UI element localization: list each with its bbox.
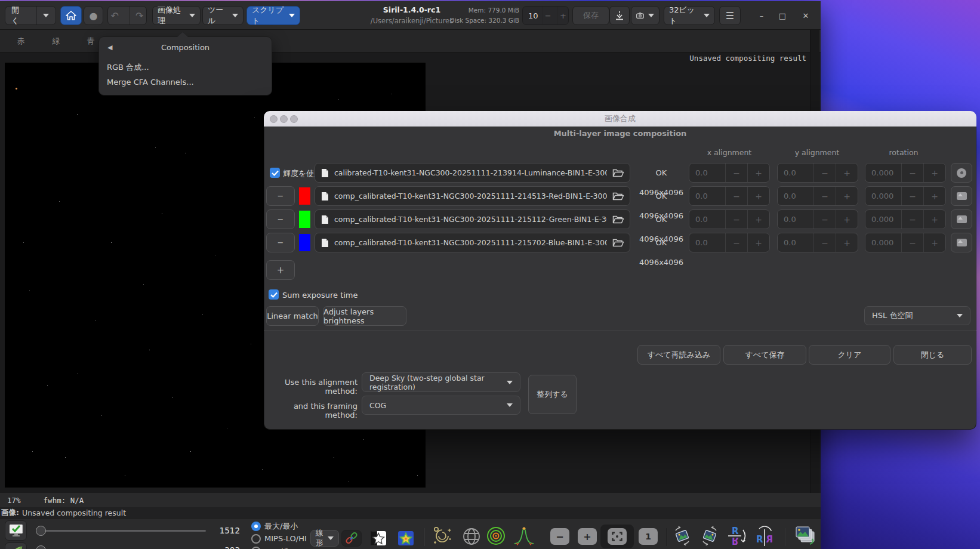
star-detection-button[interactable] bbox=[396, 529, 416, 548]
flip-vertical-button[interactable]: RR bbox=[726, 523, 748, 548]
remove-green-layer-button[interactable]: − bbox=[266, 209, 295, 229]
decrement-button[interactable]: − bbox=[725, 164, 747, 182]
rotate-left-button[interactable] bbox=[671, 525, 694, 547]
remove-red-layer-button[interactable]: − bbox=[266, 186, 295, 206]
spinner-increment-button[interactable]: + bbox=[557, 7, 568, 24]
clear-button[interactable]: クリア bbox=[809, 345, 890, 365]
display-mode-dropdown[interactable]: 線形 bbox=[310, 530, 339, 547]
use-luminance-checkbox[interactable] bbox=[270, 168, 280, 178]
tab-green-channel[interactable]: 緑 bbox=[48, 30, 64, 53]
increment-button[interactable]: + bbox=[923, 187, 945, 205]
snapshot-button[interactable] bbox=[631, 6, 660, 25]
green-y-spinner[interactable]: 0.0−+ bbox=[777, 209, 858, 229]
green-color-swatch[interactable] bbox=[299, 211, 310, 228]
radio-user[interactable] bbox=[251, 547, 261, 549]
red-file-entry[interactable]: comp_calibrated-T10-kent31-NGC300-202511… bbox=[315, 186, 630, 206]
snapshot-to-clipboard-button[interactable] bbox=[609, 6, 630, 25]
blue-y-spinner[interactable]: 0.0−+ bbox=[777, 233, 858, 252]
open-dropdown-button[interactable] bbox=[36, 7, 56, 24]
dialog-titlebar[interactable]: 画像合成 bbox=[264, 111, 976, 127]
flip-horizontal-button[interactable]: RR bbox=[753, 523, 776, 548]
framing-method-dropdown[interactable]: COG bbox=[362, 396, 520, 415]
increment-button[interactable]: + bbox=[836, 164, 858, 182]
blue-x-spinner[interactable]: 0.0−+ bbox=[689, 233, 770, 252]
quick-photometry-button[interactable] bbox=[485, 525, 507, 547]
decrement-button[interactable]: − bbox=[901, 210, 923, 229]
blue-color-swatch[interactable] bbox=[299, 234, 310, 251]
red-y-spinner[interactable]: 0.0−+ bbox=[777, 186, 858, 206]
spinner-value[interactable]: 10 bbox=[523, 7, 538, 24]
luminance-y-spinner[interactable]: 0.0−+ bbox=[777, 163, 858, 183]
decrement-button[interactable]: − bbox=[813, 210, 836, 229]
red-rotation-spinner[interactable]: 0.000−+ bbox=[865, 186, 946, 206]
increment-button[interactable]: + bbox=[836, 187, 858, 205]
decrement-button[interactable]: − bbox=[725, 233, 747, 252]
increment-button[interactable]: + bbox=[747, 210, 769, 229]
close-dialog-button[interactable]: 閉じる bbox=[893, 345, 972, 365]
folder-open-icon[interactable] bbox=[612, 238, 624, 247]
blue-rotation-spinner[interactable]: 0.000−+ bbox=[865, 233, 946, 252]
hi-level-value[interactable]: 1512 bbox=[215, 526, 240, 535]
rotate-right-button[interactable] bbox=[698, 525, 721, 547]
decrement-button[interactable]: − bbox=[813, 187, 836, 205]
green-view-button[interactable] bbox=[951, 209, 972, 229]
decrement-button[interactable]: − bbox=[725, 187, 747, 205]
increment-button[interactable]: + bbox=[747, 164, 769, 182]
tab-red-channel[interactable]: 赤 bbox=[13, 30, 29, 53]
linear-match-button[interactable]: Linear match bbox=[266, 306, 319, 326]
window-minimize-button[interactable]: – bbox=[753, 7, 770, 24]
increment-button[interactable]: + bbox=[836, 210, 858, 229]
luminance-file-entry[interactable]: calibrated-T10-kent31-NGC300-20251111-21… bbox=[315, 163, 630, 183]
align-button[interactable]: 整列する bbox=[528, 375, 577, 414]
red-view-button[interactable] bbox=[951, 186, 972, 206]
radio-mips[interactable] bbox=[251, 534, 261, 544]
zoom-fit-button[interactable] bbox=[600, 525, 634, 548]
image-processing-menu-button[interactable]: 画像処理 bbox=[152, 6, 201, 25]
blue-view-button[interactable] bbox=[951, 233, 972, 252]
decrement-button[interactable]: − bbox=[813, 233, 836, 252]
decrement-button[interactable]: − bbox=[725, 210, 747, 229]
photometry-annotation-button[interactable] bbox=[461, 526, 482, 547]
menu-item-merge-cfa[interactable]: Merge CFA Channels... bbox=[107, 78, 194, 87]
sequence-frames-button[interactable] bbox=[793, 523, 818, 548]
save-button[interactable]: 保存 bbox=[572, 6, 609, 25]
alignment-method-dropdown[interactable]: Deep Sky (two-step global star registrat… bbox=[362, 372, 520, 392]
folder-open-icon[interactable] bbox=[612, 215, 624, 224]
menu-item-rgb-composition[interactable]: RGB 合成... bbox=[107, 62, 149, 73]
increment-button[interactable]: + bbox=[923, 164, 945, 182]
decrement-button[interactable]: − bbox=[901, 233, 923, 252]
decrement-button[interactable]: − bbox=[901, 187, 923, 205]
record-button[interactable]: ● bbox=[84, 6, 103, 25]
increment-button[interactable]: + bbox=[747, 233, 769, 252]
dialog-close-button[interactable] bbox=[270, 115, 278, 123]
dialog-zoom-button[interactable] bbox=[290, 115, 298, 123]
increment-button[interactable]: + bbox=[923, 210, 945, 229]
channel-link-button[interactable] bbox=[341, 530, 362, 547]
colorspace-dropdown[interactable]: HSL 色空間 bbox=[864, 306, 970, 325]
tab-blue-channel[interactable]: 青 bbox=[83, 30, 98, 53]
green-file-entry[interactable]: comp_calibrated-T10-kent31-NGC300-202511… bbox=[315, 209, 630, 229]
hi-level-slider[interactable] bbox=[37, 530, 206, 532]
window-close-button[interactable]: ✕ bbox=[797, 7, 814, 24]
zoom-out-button[interactable]: − bbox=[550, 528, 569, 545]
background-extraction-button[interactable] bbox=[5, 542, 27, 549]
adjust-layers-brightness-button[interactable]: Adjust layers brightness bbox=[323, 306, 406, 326]
radio-minmax[interactable] bbox=[251, 522, 261, 531]
astrometry-button[interactable] bbox=[431, 525, 454, 547]
reload-all-button[interactable]: すべて再読み込み bbox=[637, 345, 720, 365]
hi-slider-knob[interactable] bbox=[36, 526, 46, 536]
luminance-x-spinner[interactable]: 0.0−+ bbox=[689, 163, 770, 183]
blue-file-entry[interactable]: comp_calibrated-T10-kent31-NGC300-202511… bbox=[315, 233, 630, 252]
spinner-decrement-button[interactable]: − bbox=[543, 7, 553, 24]
tools-menu-button[interactable]: ツール bbox=[202, 6, 244, 25]
hamburger-menu-button[interactable]: ☰ bbox=[719, 6, 741, 25]
open-button[interactable]: 開く bbox=[5, 7, 32, 24]
increment-button[interactable]: + bbox=[836, 233, 858, 252]
undo-button[interactable]: ↶ bbox=[107, 7, 125, 24]
luminance-view-button[interactable] bbox=[951, 163, 972, 183]
scripts-menu-button[interactable]: スクリプト bbox=[246, 6, 300, 25]
increment-button[interactable]: + bbox=[747, 187, 769, 205]
negative-view-button[interactable] bbox=[368, 529, 389, 548]
green-x-spinner[interactable]: 0.0−+ bbox=[689, 209, 770, 229]
lo-level-value[interactable]: 383 bbox=[215, 545, 240, 549]
